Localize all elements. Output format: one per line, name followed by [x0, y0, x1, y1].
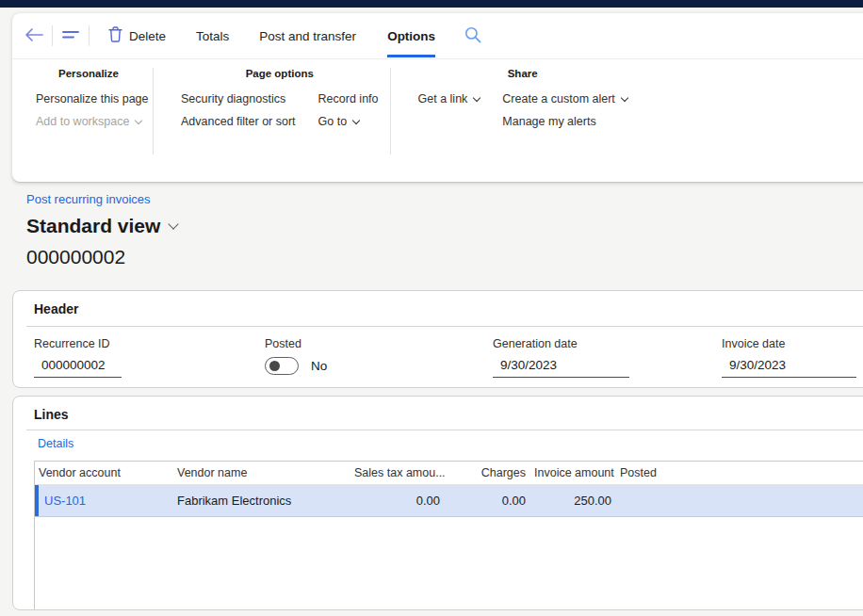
advanced-filter-or-sort-button[interactable]: Advanced filter or sort [181, 113, 296, 130]
cell-sales-tax-amount: 0.00 [350, 494, 445, 508]
cell-charges: 0.00 [445, 494, 530, 508]
ribbon-group-page-options: Page options Security diagnostics Advanc… [181, 68, 379, 182]
lines-section: Lines Details Vendor account Vendor name… [12, 396, 863, 610]
post-and-transfer-button[interactable]: Post and transfer [244, 13, 371, 58]
record-info-label: Record info [318, 92, 379, 105]
ribbon-group-personalize: Personalize Personalize this page Add to… [36, 68, 141, 182]
chevron-down-icon [621, 94, 628, 102]
security-diagnostics-label: Security diagnostics [181, 92, 285, 105]
back-arrow-icon [24, 27, 43, 45]
posted-field: Posted No [265, 337, 327, 375]
create-custom-alert-button[interactable]: Create a custom alert [502, 90, 627, 107]
add-to-workspace-button[interactable]: Add to workspace [36, 113, 149, 130]
get-a-link-label: Get a link [418, 92, 468, 105]
chevron-down-icon [135, 117, 142, 124]
section-divider [26, 430, 863, 430]
table-row[interactable]: US-101 Fabrikam Electronics 0.00 0.00 25… [35, 485, 863, 517]
options-tab-label: Options [387, 29, 435, 43]
search-button[interactable] [459, 20, 487, 52]
action-pane-menu-button[interactable] [57, 20, 85, 52]
top-navigation-bar [0, 0, 863, 8]
toggle-knob [269, 361, 280, 371]
go-to-label: Go to [318, 115, 348, 128]
advanced-filter-label: Advanced filter or sort [181, 115, 296, 128]
cell-vendor-account[interactable]: US-101 [35, 494, 173, 508]
manage-my-alerts-label: Manage my alerts [502, 115, 595, 128]
column-header-posted[interactable]: Posted [616, 466, 682, 479]
page-options-group-title: Page options [181, 68, 379, 83]
record-info-button[interactable]: Record info [318, 90, 379, 107]
view-selector[interactable]: Standard view [26, 215, 177, 237]
lines-section-title[interactable]: Lines [34, 407, 69, 422]
column-header-charges[interactable]: Charges [445, 466, 530, 479]
header-section: Header Recurrence ID Posted No Generatio… [12, 290, 863, 388]
add-to-workspace-label: Add to workspace [36, 115, 129, 128]
chevron-down-icon [352, 117, 360, 124]
generation-date-label: Generation date [493, 337, 629, 350]
generation-date-field: Generation date [493, 337, 629, 378]
delete-button[interactable]: Delete [93, 13, 181, 58]
posted-label: Posted [265, 337, 327, 350]
column-header-vendor-account[interactable]: Vendor account [35, 466, 173, 479]
column-header-invoice-amount[interactable]: Invoice amount [530, 466, 616, 479]
lines-grid: Vendor account Vendor name Sales tax amo… [34, 461, 863, 609]
totals-button-label: Totals [196, 29, 229, 43]
cell-vendor-name: Fabrikam Electronics [173, 494, 350, 508]
invoice-date-field: Invoice date [722, 337, 856, 378]
back-button[interactable] [20, 20, 48, 52]
invoice-date-input[interactable] [722, 357, 856, 378]
cell-invoice-amount: 250.00 [530, 494, 616, 508]
options-ribbon-flyout: Personalize Personalize this page Add to… [12, 58, 863, 182]
posted-toggle-value: No [311, 359, 327, 373]
ribbon-group-separator [390, 68, 391, 154]
page-title: 000000002 [26, 246, 125, 268]
search-icon [464, 26, 481, 46]
chevron-down-icon [473, 94, 480, 102]
action-pane: Delete Totals Post and transfer Options … [12, 13, 863, 182]
invoice-date-label: Invoice date [722, 337, 856, 350]
post-and-transfer-label: Post and transfer [259, 29, 356, 43]
posted-toggle[interactable] [265, 357, 299, 375]
personalize-this-page-button[interactable]: Personalize this page [36, 90, 149, 107]
view-selector-label: Standard view [26, 215, 160, 236]
column-header-vendor-name[interactable]: Vendor name [173, 466, 350, 479]
personalize-this-page-label: Personalize this page [36, 92, 149, 105]
menu-lines-icon [61, 29, 80, 43]
recurrence-id-field: Recurrence ID [34, 337, 122, 378]
manage-my-alerts-button[interactable]: Manage my alerts [502, 113, 627, 130]
breadcrumb[interactable]: Post recurring invoices [26, 192, 151, 206]
chevron-down-icon [169, 219, 179, 229]
header-section-title[interactable]: Header [34, 301, 78, 316]
section-divider [26, 326, 863, 327]
get-a-link-button[interactable]: Get a link [418, 90, 480, 107]
ribbon-group-share: Share Get a link Create a custom alert M… [418, 68, 627, 182]
generation-date-input[interactable] [493, 357, 629, 378]
grid-header-row: Vendor account Vendor name Sales tax amo… [35, 462, 863, 485]
security-diagnostics-button[interactable]: Security diagnostics [181, 90, 296, 107]
recurrence-id-input[interactable] [34, 357, 122, 378]
recurrence-id-label: Recurrence ID [34, 337, 122, 350]
trash-icon [108, 26, 122, 45]
details-link[interactable]: Details [38, 437, 73, 450]
toolbar-separator [52, 25, 53, 46]
totals-button[interactable]: Totals [181, 13, 244, 58]
toolbar-separator [89, 25, 90, 46]
go-to-button[interactable]: Go to [318, 113, 379, 130]
personalize-group-title: Personalize [36, 68, 141, 83]
action-pane-toolbar: Delete Totals Post and transfer Options [12, 13, 863, 58]
column-header-sales-tax-amount[interactable]: Sales tax amou... [350, 466, 445, 479]
tab-options[interactable]: Options [371, 13, 451, 58]
delete-button-label: Delete [129, 29, 166, 43]
ribbon-group-separator [153, 68, 154, 154]
share-group-title: Share [418, 68, 627, 83]
create-custom-alert-label: Create a custom alert [502, 92, 615, 105]
